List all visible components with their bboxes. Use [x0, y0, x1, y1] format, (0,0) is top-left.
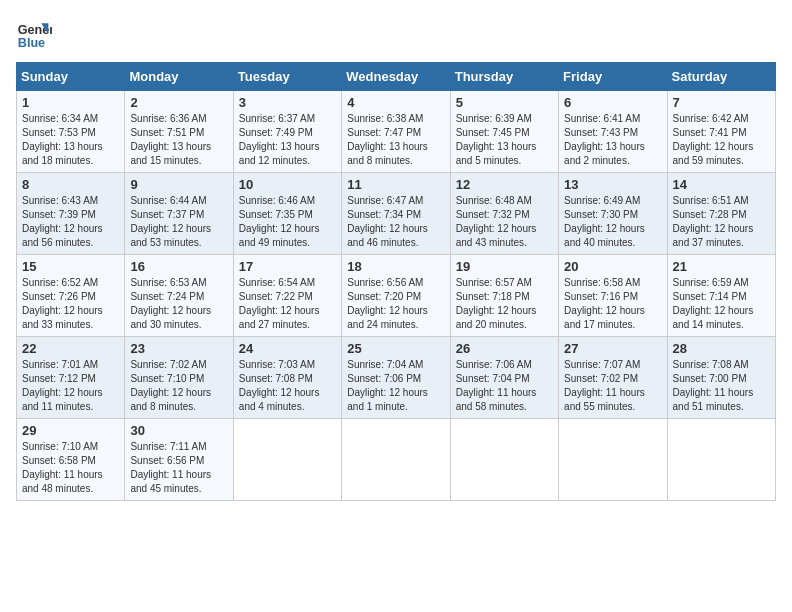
day-number: 25	[347, 341, 444, 356]
cell-details: Sunrise: 6:58 AMSunset: 7:16 PMDaylight:…	[564, 276, 661, 332]
calendar-cell: 22Sunrise: 7:01 AMSunset: 7:12 PMDayligh…	[17, 337, 125, 419]
cell-details: Sunrise: 6:34 AMSunset: 7:53 PMDaylight:…	[22, 112, 119, 168]
calendar-cell	[667, 419, 775, 501]
cell-details: Sunrise: 6:41 AMSunset: 7:43 PMDaylight:…	[564, 112, 661, 168]
calendar-cell: 8Sunrise: 6:43 AMSunset: 7:39 PMDaylight…	[17, 173, 125, 255]
day-number: 26	[456, 341, 553, 356]
cell-details: Sunrise: 6:38 AMSunset: 7:47 PMDaylight:…	[347, 112, 444, 168]
day-number: 5	[456, 95, 553, 110]
week-row-4: 29Sunrise: 7:10 AMSunset: 6:58 PMDayligh…	[17, 419, 776, 501]
logo: General Blue	[16, 16, 56, 52]
header-tuesday: Tuesday	[233, 63, 341, 91]
calendar-cell: 17Sunrise: 6:54 AMSunset: 7:22 PMDayligh…	[233, 255, 341, 337]
day-number: 16	[130, 259, 227, 274]
svg-text:Blue: Blue	[18, 36, 45, 50]
day-number: 15	[22, 259, 119, 274]
day-number: 14	[673, 177, 770, 192]
day-number: 3	[239, 95, 336, 110]
calendar-cell: 18Sunrise: 6:56 AMSunset: 7:20 PMDayligh…	[342, 255, 450, 337]
calendar-cell: 19Sunrise: 6:57 AMSunset: 7:18 PMDayligh…	[450, 255, 558, 337]
cell-details: Sunrise: 7:11 AMSunset: 6:56 PMDaylight:…	[130, 440, 227, 496]
day-number: 24	[239, 341, 336, 356]
day-number: 12	[456, 177, 553, 192]
cell-details: Sunrise: 6:56 AMSunset: 7:20 PMDaylight:…	[347, 276, 444, 332]
calendar-cell: 3Sunrise: 6:37 AMSunset: 7:49 PMDaylight…	[233, 91, 341, 173]
cell-details: Sunrise: 6:44 AMSunset: 7:37 PMDaylight:…	[130, 194, 227, 250]
header-thursday: Thursday	[450, 63, 558, 91]
calendar-cell: 20Sunrise: 6:58 AMSunset: 7:16 PMDayligh…	[559, 255, 667, 337]
header-saturday: Saturday	[667, 63, 775, 91]
week-row-0: 1Sunrise: 6:34 AMSunset: 7:53 PMDaylight…	[17, 91, 776, 173]
calendar-cell: 13Sunrise: 6:49 AMSunset: 7:30 PMDayligh…	[559, 173, 667, 255]
cell-details: Sunrise: 6:39 AMSunset: 7:45 PMDaylight:…	[456, 112, 553, 168]
day-number: 2	[130, 95, 227, 110]
cell-details: Sunrise: 6:54 AMSunset: 7:22 PMDaylight:…	[239, 276, 336, 332]
day-number: 21	[673, 259, 770, 274]
day-number: 11	[347, 177, 444, 192]
calendar-cell: 24Sunrise: 7:03 AMSunset: 7:08 PMDayligh…	[233, 337, 341, 419]
cell-details: Sunrise: 6:59 AMSunset: 7:14 PMDaylight:…	[673, 276, 770, 332]
day-number: 30	[130, 423, 227, 438]
calendar-cell: 4Sunrise: 6:38 AMSunset: 7:47 PMDaylight…	[342, 91, 450, 173]
calendar-cell: 16Sunrise: 6:53 AMSunset: 7:24 PMDayligh…	[125, 255, 233, 337]
calendar-cell	[342, 419, 450, 501]
week-row-3: 22Sunrise: 7:01 AMSunset: 7:12 PMDayligh…	[17, 337, 776, 419]
cell-details: Sunrise: 6:36 AMSunset: 7:51 PMDaylight:…	[130, 112, 227, 168]
calendar-cell: 1Sunrise: 6:34 AMSunset: 7:53 PMDaylight…	[17, 91, 125, 173]
cell-details: Sunrise: 7:03 AMSunset: 7:08 PMDaylight:…	[239, 358, 336, 414]
calendar-cell: 30Sunrise: 7:11 AMSunset: 6:56 PMDayligh…	[125, 419, 233, 501]
page-header: General Blue	[16, 16, 776, 52]
cell-details: Sunrise: 7:10 AMSunset: 6:58 PMDaylight:…	[22, 440, 119, 496]
cell-details: Sunrise: 6:47 AMSunset: 7:34 PMDaylight:…	[347, 194, 444, 250]
day-number: 10	[239, 177, 336, 192]
calendar-cell: 2Sunrise: 6:36 AMSunset: 7:51 PMDaylight…	[125, 91, 233, 173]
calendar-cell: 6Sunrise: 6:41 AMSunset: 7:43 PMDaylight…	[559, 91, 667, 173]
cell-details: Sunrise: 7:01 AMSunset: 7:12 PMDaylight:…	[22, 358, 119, 414]
calendar-table: SundayMondayTuesdayWednesdayThursdayFrid…	[16, 62, 776, 501]
calendar-cell: 23Sunrise: 7:02 AMSunset: 7:10 PMDayligh…	[125, 337, 233, 419]
calendar-cell: 29Sunrise: 7:10 AMSunset: 6:58 PMDayligh…	[17, 419, 125, 501]
week-row-1: 8Sunrise: 6:43 AMSunset: 7:39 PMDaylight…	[17, 173, 776, 255]
day-number: 18	[347, 259, 444, 274]
cell-details: Sunrise: 6:51 AMSunset: 7:28 PMDaylight:…	[673, 194, 770, 250]
cell-details: Sunrise: 6:42 AMSunset: 7:41 PMDaylight:…	[673, 112, 770, 168]
header-monday: Monday	[125, 63, 233, 91]
cell-details: Sunrise: 6:49 AMSunset: 7:30 PMDaylight:…	[564, 194, 661, 250]
calendar-cell: 9Sunrise: 6:44 AMSunset: 7:37 PMDaylight…	[125, 173, 233, 255]
cell-details: Sunrise: 7:04 AMSunset: 7:06 PMDaylight:…	[347, 358, 444, 414]
calendar-cell: 12Sunrise: 6:48 AMSunset: 7:32 PMDayligh…	[450, 173, 558, 255]
day-number: 1	[22, 95, 119, 110]
calendar-cell: 26Sunrise: 7:06 AMSunset: 7:04 PMDayligh…	[450, 337, 558, 419]
calendar-cell: 27Sunrise: 7:07 AMSunset: 7:02 PMDayligh…	[559, 337, 667, 419]
calendar-cell: 28Sunrise: 7:08 AMSunset: 7:00 PMDayligh…	[667, 337, 775, 419]
cell-details: Sunrise: 7:06 AMSunset: 7:04 PMDaylight:…	[456, 358, 553, 414]
day-number: 27	[564, 341, 661, 356]
cell-details: Sunrise: 6:52 AMSunset: 7:26 PMDaylight:…	[22, 276, 119, 332]
cell-details: Sunrise: 6:48 AMSunset: 7:32 PMDaylight:…	[456, 194, 553, 250]
day-number: 22	[22, 341, 119, 356]
day-number: 6	[564, 95, 661, 110]
calendar-cell: 11Sunrise: 6:47 AMSunset: 7:34 PMDayligh…	[342, 173, 450, 255]
calendar-cell	[233, 419, 341, 501]
day-number: 28	[673, 341, 770, 356]
cell-details: Sunrise: 6:46 AMSunset: 7:35 PMDaylight:…	[239, 194, 336, 250]
header-sunday: Sunday	[17, 63, 125, 91]
cell-details: Sunrise: 6:57 AMSunset: 7:18 PMDaylight:…	[456, 276, 553, 332]
day-number: 17	[239, 259, 336, 274]
cell-details: Sunrise: 6:37 AMSunset: 7:49 PMDaylight:…	[239, 112, 336, 168]
logo-icon: General Blue	[16, 16, 52, 52]
calendar-cell: 14Sunrise: 6:51 AMSunset: 7:28 PMDayligh…	[667, 173, 775, 255]
calendar-cell	[450, 419, 558, 501]
header-row: SundayMondayTuesdayWednesdayThursdayFrid…	[17, 63, 776, 91]
calendar-cell: 7Sunrise: 6:42 AMSunset: 7:41 PMDaylight…	[667, 91, 775, 173]
day-number: 29	[22, 423, 119, 438]
header-friday: Friday	[559, 63, 667, 91]
calendar-cell: 5Sunrise: 6:39 AMSunset: 7:45 PMDaylight…	[450, 91, 558, 173]
day-number: 20	[564, 259, 661, 274]
day-number: 19	[456, 259, 553, 274]
cell-details: Sunrise: 7:02 AMSunset: 7:10 PMDaylight:…	[130, 358, 227, 414]
day-number: 4	[347, 95, 444, 110]
day-number: 13	[564, 177, 661, 192]
cell-details: Sunrise: 7:08 AMSunset: 7:00 PMDaylight:…	[673, 358, 770, 414]
cell-details: Sunrise: 6:43 AMSunset: 7:39 PMDaylight:…	[22, 194, 119, 250]
